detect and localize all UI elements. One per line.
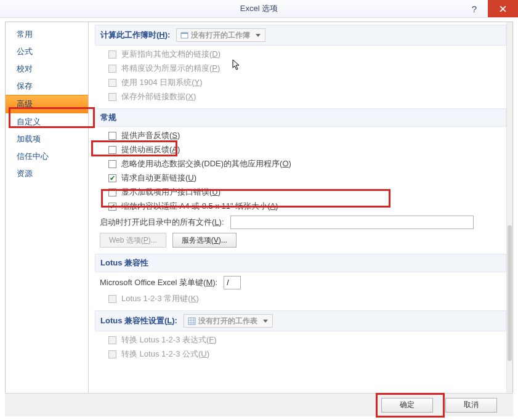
startup-folder-row: 启动时打开此目录中的所有文件(L):: [100, 216, 506, 229]
worksheet-icon: [188, 317, 196, 325]
close-icon: [500, 6, 506, 12]
checkbox-lotus-expr[interactable]: 转换 Lotus 1-2-3 表达式(F): [108, 334, 506, 345]
sidebar-item-advanced[interactable]: 高级: [6, 95, 88, 113]
startup-folder-input[interactable]: [230, 216, 474, 229]
dialog-body: 常用 公式 校对 保存 高级 自定义 加载项 信任中心 资源 计算此工作簿时(H…: [5, 22, 513, 397]
checkbox-sound[interactable]: 提供声音反馈(S): [108, 130, 506, 141]
chevron-down-icon: [254, 31, 262, 39]
close-button[interactable]: [488, 0, 518, 17]
sidebar-item[interactable]: 常用: [6, 26, 88, 43]
section-general-header: 常规: [95, 108, 506, 127]
checkbox-scale-content[interactable]: 缩放内容以适应 A4 或 8.5 x 11" 纸张大小(A): [108, 201, 506, 212]
checkbox-lotus-keys[interactable]: Lotus 1-2-3 常用键(K): [108, 293, 506, 304]
section-calc-header: 计算此工作簿时(H): 没有打开的工作簿: [95, 25, 506, 46]
checkbox-show-addin-errors[interactable]: 显示加载项用户接口错误(U): [108, 187, 506, 198]
calc-workbook-combo[interactable]: 没有打开的工作簿: [176, 28, 265, 42]
ok-button[interactable]: 确定: [381, 398, 433, 413]
sidebar-item[interactable]: 公式: [6, 43, 88, 60]
service-options-button[interactable]: 服务选项(V)...: [172, 233, 237, 248]
web-options-button[interactable]: Web 选项(P)...: [100, 233, 166, 248]
sidebar-item[interactable]: 加载项: [6, 131, 88, 148]
titlebar: Excel 选项 ?: [0, 0, 518, 18]
content-pane: 计算此工作簿时(H): 没有打开的工作簿 更新指向其他文档的链接(D) 将精度设…: [89, 22, 512, 397]
checkbox-ignore-dde[interactable]: 忽略使用动态数据交换(DDE)的其他应用程序(O): [108, 158, 506, 169]
checkbox-lotus-formula[interactable]: 转换 Lotus 1-2-3 公式(U): [108, 349, 506, 360]
svg-rect-1: [181, 33, 188, 34]
chevron-down-icon: [261, 317, 270, 325]
sidebar-item[interactable]: 信任中心: [6, 148, 88, 165]
checkbox-1904[interactable]: 使用 1904 日期系统(Y): [108, 77, 506, 88]
cancel-button[interactable]: 取消: [445, 398, 497, 413]
sidebar-item[interactable]: 自定义: [6, 113, 88, 131]
help-button[interactable]: ?: [461, 0, 488, 17]
lotus-sheet-combo[interactable]: 没有打开的工作表: [184, 314, 273, 328]
svg-rect-2: [188, 318, 195, 325]
checkbox-update-links[interactable]: 更新指向其他文档的链接(D): [108, 49, 506, 60]
sidebar: 常用 公式 校对 保存 高级 自定义 加载项 信任中心 资源: [6, 22, 89, 397]
content-scrollbar[interactable]: [506, 22, 512, 397]
section-lotus-settings-header: Lotus 兼容性设置(L): 没有打开的工作表: [95, 310, 506, 331]
sidebar-item[interactable]: 校对: [6, 60, 88, 78]
lotus-menukey-row: Microsoft Office Excel 菜单键(M):: [100, 276, 506, 289]
lotus-menukey-input[interactable]: [224, 276, 241, 289]
general-buttons-row: Web 选项(P)... 服务选项(V)...: [100, 233, 506, 248]
window-title: Excel 选项: [240, 3, 278, 14]
checkbox-precision[interactable]: 将精度设为所显示的精度(P): [108, 63, 506, 74]
workbook-icon: [180, 31, 188, 39]
sidebar-item[interactable]: 资源: [6, 165, 88, 182]
dialog-footer: 确定 取消: [5, 393, 513, 416]
checkbox-animation[interactable]: 提供动画反馈(A): [108, 144, 506, 155]
section-lotus-header: Lotus 兼容性: [95, 254, 506, 272]
checkbox-save-external[interactable]: 保存外部链接数据(X): [108, 91, 506, 102]
checkbox-auto-update-links[interactable]: 请求自动更新链接(U): [108, 172, 506, 184]
sidebar-item[interactable]: 保存: [6, 78, 88, 95]
